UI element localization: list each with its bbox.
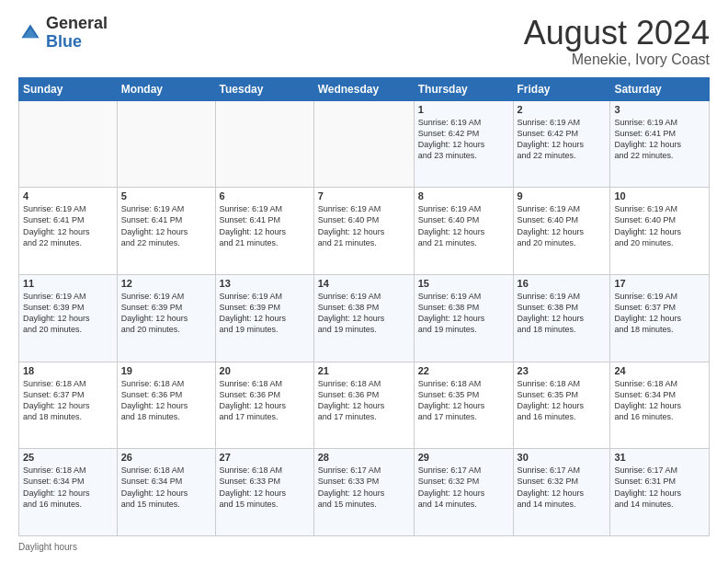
day-number: 6 (220, 190, 310, 201)
calendar-cell: 9Sunrise: 6:19 AM Sunset: 6:40 PM Daylig… (513, 188, 610, 275)
calendar-cell: 2Sunrise: 6:19 AM Sunset: 6:42 PM Daylig… (513, 100, 610, 188)
main-title: August 2024 (524, 15, 710, 52)
title-block: August 2024 Menekie, Ivory Coast (524, 15, 710, 68)
day-info: Sunrise: 6:19 AM Sunset: 6:41 PM Dayligh… (614, 117, 705, 162)
calendar-cell: 25Sunrise: 6:18 AM Sunset: 6:34 PM Dayli… (19, 449, 118, 536)
calendar-week-3: 11Sunrise: 6:19 AM Sunset: 6:39 PM Dayli… (19, 274, 710, 362)
calendar-cell: 31Sunrise: 6:17 AM Sunset: 6:31 PM Dayli… (610, 449, 710, 536)
calendar-cell: 14Sunrise: 6:19 AM Sunset: 6:38 PM Dayli… (313, 274, 414, 362)
day-number: 4 (23, 190, 113, 201)
calendar-header-saturday: Saturday (610, 77, 710, 100)
calendar-cell: 7Sunrise: 6:19 AM Sunset: 6:40 PM Daylig… (313, 188, 414, 275)
day-info: Sunrise: 6:19 AM Sunset: 6:41 PM Dayligh… (23, 203, 113, 248)
day-info: Sunrise: 6:19 AM Sunset: 6:40 PM Dayligh… (318, 203, 410, 248)
day-info: Sunrise: 6:19 AM Sunset: 6:40 PM Dayligh… (614, 203, 705, 248)
day-number: 12 (121, 278, 211, 289)
day-number: 14 (318, 278, 410, 289)
calendar-cell: 12Sunrise: 6:19 AM Sunset: 6:39 PM Dayli… (117, 274, 215, 362)
day-info: Sunrise: 6:19 AM Sunset: 6:41 PM Dayligh… (121, 203, 211, 248)
day-info: Sunrise: 6:19 AM Sunset: 6:40 PM Dayligh… (518, 203, 607, 248)
calendar-header-tuesday: Tuesday (215, 77, 313, 100)
day-number: 26 (121, 452, 211, 463)
day-info: Sunrise: 6:18 AM Sunset: 6:35 PM Dayligh… (518, 378, 607, 423)
calendar-cell: 8Sunrise: 6:19 AM Sunset: 6:40 PM Daylig… (414, 188, 513, 275)
calendar-cell: 18Sunrise: 6:18 AM Sunset: 6:37 PM Dayli… (19, 362, 118, 449)
day-number: 10 (614, 190, 705, 201)
calendar-cell: 29Sunrise: 6:17 AM Sunset: 6:32 PM Dayli… (414, 449, 513, 536)
logo: General Blue (18, 15, 108, 52)
calendar-cell: 3Sunrise: 6:19 AM Sunset: 6:41 PM Daylig… (610, 100, 710, 188)
day-info: Sunrise: 6:18 AM Sunset: 6:34 PM Dayligh… (23, 465, 113, 510)
calendar-cell: 16Sunrise: 6:19 AM Sunset: 6:38 PM Dayli… (513, 274, 610, 362)
day-number: 28 (318, 452, 410, 463)
calendar-cell: 21Sunrise: 6:18 AM Sunset: 6:36 PM Dayli… (313, 362, 414, 449)
calendar-cell: 4Sunrise: 6:19 AM Sunset: 6:41 PM Daylig… (19, 188, 118, 275)
calendar-header-monday: Monday (117, 77, 215, 100)
calendar-header-friday: Friday (513, 77, 610, 100)
day-number: 19 (121, 365, 211, 376)
calendar-cell: 1Sunrise: 6:19 AM Sunset: 6:42 PM Daylig… (414, 100, 513, 188)
day-info: Sunrise: 6:18 AM Sunset: 6:34 PM Dayligh… (614, 378, 705, 423)
logo-icon (20, 23, 40, 43)
day-info: Sunrise: 6:19 AM Sunset: 6:39 PM Dayligh… (121, 291, 211, 336)
calendar-cell (313, 100, 414, 188)
day-number: 9 (518, 190, 607, 201)
day-info: Sunrise: 6:19 AM Sunset: 6:42 PM Dayligh… (418, 117, 509, 162)
day-info: Sunrise: 6:18 AM Sunset: 6:37 PM Dayligh… (23, 378, 113, 423)
day-info: Sunrise: 6:19 AM Sunset: 6:41 PM Dayligh… (220, 203, 310, 248)
logo-blue: Blue (46, 33, 108, 52)
day-info: Sunrise: 6:18 AM Sunset: 6:36 PM Dayligh… (220, 378, 310, 423)
day-number: 11 (23, 278, 113, 289)
day-number: 24 (614, 365, 705, 376)
calendar-cell: 17Sunrise: 6:19 AM Sunset: 6:37 PM Dayli… (610, 274, 710, 362)
calendar-cell: 19Sunrise: 6:18 AM Sunset: 6:36 PM Dayli… (117, 362, 215, 449)
day-info: Sunrise: 6:18 AM Sunset: 6:34 PM Dayligh… (121, 465, 211, 510)
day-number: 25 (23, 452, 113, 463)
calendar-cell (117, 100, 215, 188)
calendar-week-2: 4Sunrise: 6:19 AM Sunset: 6:41 PM Daylig… (19, 188, 710, 275)
day-number: 17 (614, 278, 705, 289)
header: General Blue August 2024 Menekie, Ivory … (18, 15, 710, 68)
calendar-cell: 27Sunrise: 6:18 AM Sunset: 6:33 PM Dayli… (215, 449, 313, 536)
day-info: Sunrise: 6:17 AM Sunset: 6:31 PM Dayligh… (614, 465, 705, 510)
day-number: 27 (220, 452, 310, 463)
day-number: 29 (418, 452, 509, 463)
day-info: Sunrise: 6:19 AM Sunset: 6:39 PM Dayligh… (23, 291, 113, 336)
day-info: Sunrise: 6:19 AM Sunset: 6:39 PM Dayligh… (220, 291, 310, 336)
calendar-cell: 23Sunrise: 6:18 AM Sunset: 6:35 PM Dayli… (513, 362, 610, 449)
day-number: 1 (418, 104, 509, 115)
day-info: Sunrise: 6:17 AM Sunset: 6:33 PM Dayligh… (318, 465, 410, 510)
day-number: 30 (518, 452, 607, 463)
day-info: Sunrise: 6:19 AM Sunset: 6:42 PM Dayligh… (518, 117, 607, 162)
day-number: 18 (23, 365, 113, 376)
day-info: Sunrise: 6:19 AM Sunset: 6:38 PM Dayligh… (418, 291, 509, 336)
day-number: 22 (418, 365, 509, 376)
day-number: 15 (418, 278, 509, 289)
calendar-week-1: 1Sunrise: 6:19 AM Sunset: 6:42 PM Daylig… (19, 100, 710, 188)
day-number: 7 (318, 190, 410, 201)
calendar-cell (19, 100, 118, 188)
day-info: Sunrise: 6:19 AM Sunset: 6:40 PM Dayligh… (418, 203, 509, 248)
calendar-week-4: 18Sunrise: 6:18 AM Sunset: 6:37 PM Dayli… (19, 362, 710, 449)
day-number: 20 (220, 365, 310, 376)
calendar-table: SundayMondayTuesdayWednesdayThursdayFrid… (18, 77, 710, 536)
calendar-cell: 10Sunrise: 6:19 AM Sunset: 6:40 PM Dayli… (610, 188, 710, 275)
calendar-header-thursday: Thursday (414, 77, 513, 100)
day-number: 3 (614, 104, 705, 115)
logo-text: General Blue (46, 15, 108, 52)
calendar-header-row: SundayMondayTuesdayWednesdayThursdayFrid… (19, 77, 710, 100)
calendar-cell: 22Sunrise: 6:18 AM Sunset: 6:35 PM Dayli… (414, 362, 513, 449)
subtitle: Menekie, Ivory Coast (524, 52, 710, 68)
calendar-week-5: 25Sunrise: 6:18 AM Sunset: 6:34 PM Dayli… (19, 449, 710, 536)
day-number: 5 (121, 190, 211, 201)
calendar-cell: 30Sunrise: 6:17 AM Sunset: 6:32 PM Dayli… (513, 449, 610, 536)
calendar-cell: 15Sunrise: 6:19 AM Sunset: 6:38 PM Dayli… (414, 274, 513, 362)
calendar-cell (215, 100, 313, 188)
day-number: 21 (318, 365, 410, 376)
day-info: Sunrise: 6:18 AM Sunset: 6:36 PM Dayligh… (121, 378, 211, 423)
day-number: 23 (518, 365, 607, 376)
day-number: 31 (614, 452, 705, 463)
logo-general: General (46, 15, 108, 33)
day-number: 13 (220, 278, 310, 289)
calendar-cell: 11Sunrise: 6:19 AM Sunset: 6:39 PM Dayli… (19, 274, 118, 362)
